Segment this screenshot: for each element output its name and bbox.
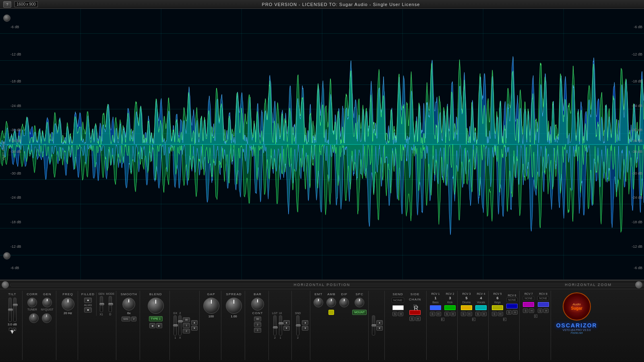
db-label-36-top: -36 dB	[10, 139, 21, 143]
rcv7-h-btn[interactable]: H	[529, 309, 534, 313]
rcv1-h-btn[interactable]: H	[436, 312, 441, 316]
snd-arrow-down[interactable]: ▼	[302, 326, 308, 331]
rcv5-color[interactable]	[492, 305, 503, 310]
tilt-arrow-down[interactable]: ▼	[9, 328, 12, 331]
rcv1-color[interactable]	[430, 305, 441, 310]
ex-arrow-up[interactable]: ▲	[376, 320, 383, 325]
tilt-group: TILT 3.0 dB ▼ ▲	[2, 291, 23, 360]
rcv7-s-btn[interactable]: S	[523, 309, 528, 313]
gx1-slider[interactable]	[173, 315, 177, 335]
corr-knob2[interactable]	[29, 313, 39, 323]
tilt-slider2[interactable]	[13, 298, 17, 322]
gen-knob2[interactable]	[42, 313, 52, 323]
rcv2-s-btn[interactable]: S	[444, 312, 450, 316]
send-color-white[interactable]	[392, 305, 404, 310]
gx-btn2[interactable]: 1	[183, 323, 190, 328]
smooth-mode-btn[interactable]: GX1	[122, 317, 130, 321]
blend-arrow-right[interactable]: ▶	[156, 323, 162, 328]
gx-arrow-down[interactable]: ▼	[191, 326, 198, 331]
mount-btn[interactable]: MOUNT	[352, 310, 367, 315]
vert-zoom-bot-knob[interactable]	[3, 252, 10, 259]
amb-knob[interactable]	[326, 298, 336, 307]
amb-yellow-btn[interactable]	[328, 310, 334, 315]
lgt-slider[interactable]	[273, 315, 277, 335]
rcv7-color[interactable]	[523, 302, 534, 307]
ui-slider[interactable]	[279, 315, 282, 335]
amb-label: AMB	[327, 292, 335, 296]
dif-knob[interactable]	[339, 298, 349, 307]
emt-knob[interactable]	[314, 298, 323, 307]
bar-knob[interactable]	[251, 298, 264, 311]
rcv3-r-btn[interactable]: R	[472, 318, 475, 321]
tilt-arrow-up[interactable]: ▲	[13, 328, 16, 331]
side-r-btn[interactable]: R	[413, 304, 417, 308]
blend-arrow-left[interactable]: ◀	[149, 323, 155, 328]
waveform-display[interactable]: -6 dB -12 dB -18 dB -24 dB -30 dB -36 dB…	[0, 9, 644, 280]
send-s-btn[interactable]: S	[392, 312, 398, 316]
rcv8-none[interactable]: NONE	[537, 296, 549, 300]
mode-slider[interactable]	[109, 296, 112, 312]
snd-arrow-up[interactable]: ▲	[302, 320, 308, 325]
type1-btn[interactable]: TYPE 1	[149, 316, 163, 321]
rcv2-color[interactable]	[444, 305, 456, 310]
smooth-mode-btn2[interactable]: 2	[131, 317, 136, 321]
rcv4-h-btn[interactable]: H	[481, 312, 487, 316]
horizontal-scrollbar[interactable]: HORIZONTAL POSITION HORIZONTAL ZOOM	[0, 280, 644, 289]
gx-btn1[interactable]: 3D	[183, 317, 190, 322]
ex-arrow-down[interactable]: ▼	[376, 326, 383, 331]
spc-knob[interactable]	[355, 298, 364, 307]
vert-zoom-top-knob[interactable]	[3, 14, 10, 22]
rcv3-s-btn[interactable]: S	[461, 312, 466, 316]
blend-knob[interactable]	[148, 298, 164, 314]
gen-slider[interactable]	[100, 296, 103, 312]
gap-knob[interactable]	[203, 298, 219, 314]
gx-arrow-up[interactable]: ▲	[191, 320, 198, 325]
rcv6-h-btn[interactable]: H	[512, 310, 518, 315]
rcv4-s-btn[interactable]: S	[475, 312, 481, 316]
h-zoom-knob[interactable]	[635, 281, 642, 288]
send-h-btn[interactable]: H	[398, 312, 403, 316]
db-label-r-24-top: -24 dB	[632, 104, 642, 108]
rcv2-h-btn[interactable]: H	[450, 312, 456, 316]
gx2-slider[interactable]	[178, 315, 182, 335]
rcv3-h-btn[interactable]: H	[467, 312, 472, 316]
bar-btn3[interactable]: 1	[254, 328, 261, 333]
spread-value: 1.00	[231, 315, 237, 318]
tilt-slider[interactable]	[8, 298, 12, 322]
rcv8-h-btn[interactable]: H	[543, 309, 549, 313]
alias-btn[interactable]: ■	[84, 307, 92, 313]
rcv5-s-btn[interactable]: S	[492, 312, 497, 316]
snd-slider[interactable]	[296, 315, 299, 335]
send-none[interactable]: NONE	[392, 298, 404, 303]
side-s-btn[interactable]: S	[409, 317, 415, 321]
spread-knob[interactable]	[226, 298, 242, 314]
freq-knob[interactable]	[62, 298, 74, 311]
rcv1-r-btn[interactable]: R	[441, 318, 444, 321]
gx-btn3[interactable]: 2	[183, 329, 190, 333]
help-button[interactable]: ?	[3, 1, 11, 8]
side-h-btn[interactable]: H	[415, 317, 421, 321]
bar-btn1[interactable]: 3D	[254, 317, 261, 321]
lgt-arrow-up[interactable]: ▲	[283, 320, 290, 325]
smooth-knob[interactable]	[122, 298, 135, 311]
lgt-arrow-down[interactable]: ▼	[283, 326, 290, 331]
gen-knob[interactable]	[42, 298, 52, 307]
rcv6-none[interactable]: NONE	[506, 298, 518, 302]
rcv5-h-btn[interactable]: H	[498, 312, 503, 316]
corr-knob[interactable]	[27, 298, 37, 307]
bar-btn2[interactable]: 2	[254, 322, 261, 327]
rcv5-r-btn[interactable]: R	[503, 318, 506, 321]
rcv7-r-btn[interactable]: R	[534, 315, 537, 318]
rcv3-color[interactable]	[461, 305, 472, 310]
rcv8-s-btn[interactable]: S	[538, 309, 543, 313]
rcv8-color[interactable]	[538, 302, 549, 307]
rcv1-s-btn[interactable]: S	[430, 312, 435, 316]
side-color-red[interactable]	[409, 310, 421, 315]
rcv6-s-btn[interactable]: S	[506, 310, 512, 315]
rcv4-color[interactable]	[475, 305, 487, 310]
rcv6-color[interactable]	[506, 304, 518, 309]
extra-slider1[interactable]	[372, 315, 375, 335]
rcv7-none[interactable]: NONE	[523, 296, 534, 300]
filled-btn[interactable]: ■	[84, 298, 92, 303]
h-scroll-left-knob[interactable]	[2, 281, 9, 288]
